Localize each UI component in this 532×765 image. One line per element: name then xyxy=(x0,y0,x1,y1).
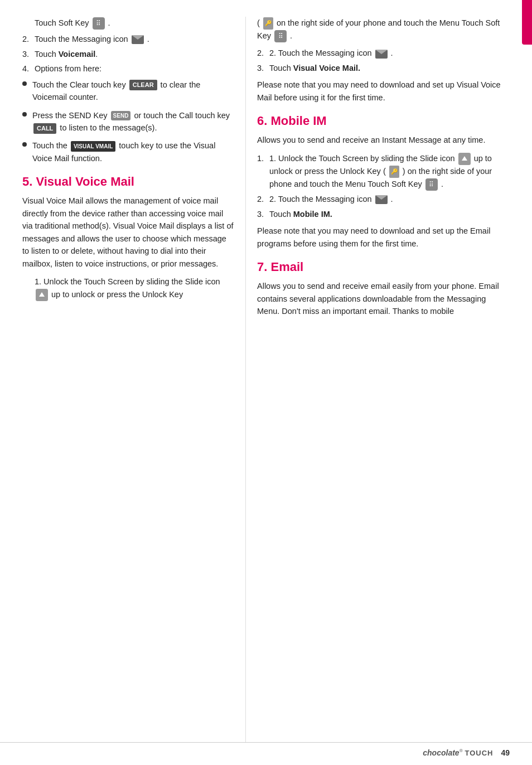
bullet-2-content: Press the SEND Key SEND or touch the Cal… xyxy=(32,109,234,134)
messaging-icon-s5 xyxy=(375,50,388,59)
item-3-text: Touch Voicemail. xyxy=(35,48,98,60)
bullet-dot-3 xyxy=(22,142,27,147)
item-3-num: 3. xyxy=(22,48,35,60)
item-3: 3. Touch Voicemail. xyxy=(22,48,234,60)
brand-chocolate: chocolate xyxy=(423,748,459,757)
item-4-num: 4. xyxy=(22,62,35,75)
send-key-icon: SEND xyxy=(111,111,131,121)
intro-line: Touch Soft Key . xyxy=(22,17,234,30)
content-area: Touch Soft Key . 2. Touch the Messaging … xyxy=(0,0,532,742)
bullet-dot-2 xyxy=(22,112,27,117)
item-4-text: Options from here: xyxy=(35,62,101,75)
section-6-step-2: 2. 2. Touch the Messaging icon . xyxy=(257,193,504,205)
s6-step-1-text: 1. Unlock the Touch Screen by sliding th… xyxy=(269,152,504,191)
unlock-key-s6: 🔑 xyxy=(389,166,399,178)
s6-step-3-num: 3. xyxy=(257,208,269,220)
brand-touch: TOUCH xyxy=(465,749,493,757)
page-number: 49 xyxy=(501,748,510,757)
visual-vmail-key: VISUAL VMAIL xyxy=(71,141,115,152)
softkey-icon xyxy=(93,17,105,30)
softkey-icon-r1 xyxy=(274,30,287,42)
s5-step-3-num: 3. xyxy=(257,62,269,74)
svg-marker-0 xyxy=(39,292,45,297)
item-2: 2. Touch the Messaging icon . xyxy=(22,33,234,45)
section-7-body: Allows you to send and receive email eas… xyxy=(257,280,504,317)
item-2-num: 2. xyxy=(22,33,35,45)
unlock-key-icon: 🔑 xyxy=(263,17,273,30)
left-column: Touch Soft Key . 2. Touch the Messaging … xyxy=(0,17,245,742)
bullet-item-3: Touch the VISUAL VMAIL touch key to use … xyxy=(22,139,234,164)
s6-step-2-num: 2. xyxy=(257,193,269,205)
section-5-step-1-cont: ( 🔑 on the right side of your phone and … xyxy=(257,17,504,42)
section-5-note: Please note that you may need to downloa… xyxy=(257,79,504,104)
step-1-num xyxy=(22,275,35,301)
s6-step-2-text: 2. Touch the Messaging icon . xyxy=(269,193,393,205)
item-2-text: Touch the Messaging icon . xyxy=(35,33,149,45)
section-6-note: Please note that you may need to downloa… xyxy=(257,225,504,250)
intro-label: Touch Soft Key xyxy=(35,18,89,27)
bullet-3-content: Touch the VISUAL VMAIL touch key to use … xyxy=(32,139,234,164)
section-5-step-2: 2. 2. Touch the Messaging icon . xyxy=(257,47,504,59)
bullet-dot-1 xyxy=(22,81,27,86)
s5-step-2-num: 2. xyxy=(257,47,269,59)
section-5-step-1: 1. Unlock the Touch Screen by sliding th… xyxy=(22,275,234,301)
section-6-step-1: 1. 1. Unlock the Touch Screen by sliding… xyxy=(257,152,504,191)
section-6-step-3: 3. Touch Mobile IM. xyxy=(257,208,504,220)
s6-step-1-num: 1. xyxy=(257,152,269,191)
step1-paren-open: ( xyxy=(257,18,260,27)
slide-icon xyxy=(36,289,48,301)
bullet-1-content: Touch the Clear touch key CLEAR to clear… xyxy=(32,79,234,104)
page-footer: chocolate® TOUCH 49 xyxy=(0,742,532,765)
section-5-step-3: 3. Touch Visual Voice Mail. xyxy=(257,62,504,74)
page: Touch Soft Key . 2. Touch the Messaging … xyxy=(0,0,532,765)
slide-icon-s6 xyxy=(458,153,471,165)
s6-step-3-text: Touch Mobile IM. xyxy=(269,208,332,220)
brand-name: chocolate® TOUCH xyxy=(423,748,493,757)
bullet-list: Touch the Clear touch key CLEAR to clear… xyxy=(22,79,234,165)
section-5-body: Visual Voice Mail allows the management … xyxy=(22,195,234,270)
intro-text: Touch Soft Key . xyxy=(35,17,110,30)
right-column: ( 🔑 on the right side of your phone and … xyxy=(245,17,532,742)
messaging-icon xyxy=(132,35,144,44)
s5-step-2-text: 2. Touch the Messaging icon . xyxy=(269,47,393,59)
section-6-body: Allows you to send and receive an Instan… xyxy=(257,134,504,146)
messaging-icon-s6 xyxy=(375,195,388,204)
svg-marker-1 xyxy=(462,156,467,161)
section-7-heading: 7. Email xyxy=(257,260,504,274)
softkey-icon-s6 xyxy=(425,178,438,191)
page-tab xyxy=(522,0,532,45)
step-1-text: 1. Unlock the Touch Screen by sliding th… xyxy=(35,275,234,301)
section-5-heading: 5. Visual Voice Mail xyxy=(22,175,234,189)
item-4: 4. Options from here: xyxy=(22,62,234,75)
section-6-heading: 6. Mobile IM xyxy=(257,114,504,128)
bullet-item-1: Touch the Clear touch key CLEAR to clear… xyxy=(22,79,234,104)
clear-key: CLEAR xyxy=(129,80,157,90)
bullet-item-2: Press the SEND Key SEND or touch the Cal… xyxy=(22,109,234,134)
s5-step-3-text: Touch Visual Voice Mail. xyxy=(269,62,360,74)
call-key: CALL xyxy=(33,123,56,134)
